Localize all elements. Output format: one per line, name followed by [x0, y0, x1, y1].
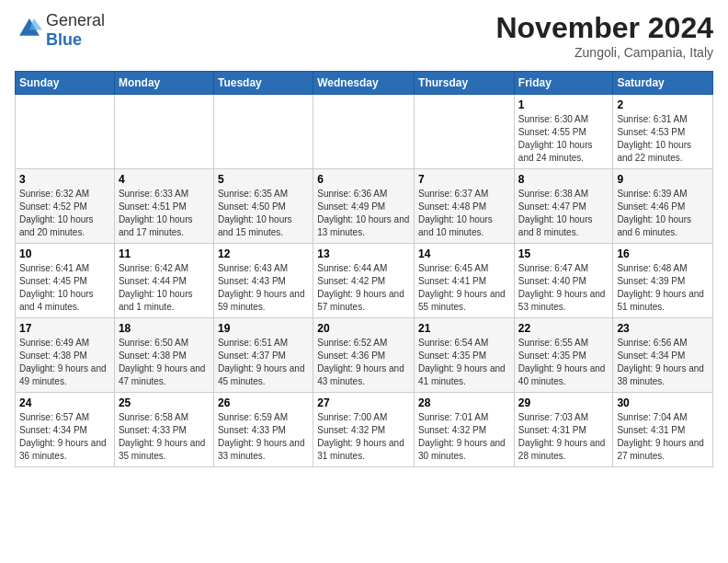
- calendar-cell: 20Sunrise: 6:52 AM Sunset: 4:36 PM Dayli…: [313, 318, 415, 393]
- day-number: 10: [19, 247, 110, 260]
- day-header-saturday: Saturday: [613, 72, 713, 95]
- calendar-cell: [114, 95, 213, 169]
- page-container: General Blue November 2024 Zungoli, Camp…: [0, 0, 728, 475]
- day-info: Sunrise: 6:37 AM Sunset: 4:48 PM Dayligh…: [418, 188, 510, 239]
- day-number: 20: [317, 322, 410, 335]
- calendar-cell: 21Sunrise: 6:54 AM Sunset: 4:35 PM Dayli…: [415, 318, 515, 393]
- day-info: Sunrise: 6:49 AM Sunset: 4:38 PM Dayligh…: [19, 337, 110, 388]
- calendar-cell: 13Sunrise: 6:44 AM Sunset: 4:42 PM Dayli…: [313, 244, 415, 318]
- day-info: Sunrise: 6:30 AM Sunset: 4:55 PM Dayligh…: [518, 113, 609, 165]
- calendar-header-row: SundayMondayTuesdayWednesdayThursdayFrid…: [16, 72, 713, 95]
- day-number: 25: [119, 396, 210, 409]
- day-info: Sunrise: 6:35 AM Sunset: 4:50 PM Dayligh…: [218, 188, 309, 239]
- calendar-cell: 30Sunrise: 7:04 AM Sunset: 4:31 PM Dayli…: [613, 393, 713, 467]
- calendar-cell: 10Sunrise: 6:41 AM Sunset: 4:45 PM Dayli…: [16, 244, 115, 318]
- calendar-week-2: 3Sunrise: 6:32 AM Sunset: 4:52 PM Daylig…: [16, 169, 713, 244]
- day-info: Sunrise: 6:41 AM Sunset: 4:45 PM Dayligh…: [19, 262, 110, 314]
- day-header-tuesday: Tuesday: [213, 72, 313, 95]
- day-info: Sunrise: 6:55 AM Sunset: 4:35 PM Dayligh…: [518, 337, 609, 388]
- day-number: 4: [119, 173, 210, 186]
- calendar-cell: 26Sunrise: 6:59 AM Sunset: 4:33 PM Dayli…: [213, 393, 313, 467]
- calendar-cell: 28Sunrise: 7:01 AM Sunset: 4:32 PM Dayli…: [415, 393, 515, 467]
- day-number: 16: [617, 247, 709, 260]
- day-number: 13: [317, 247, 410, 260]
- day-number: 3: [19, 173, 110, 186]
- day-number: 15: [518, 247, 609, 260]
- calendar-cell: 2Sunrise: 6:31 AM Sunset: 4:53 PM Daylig…: [613, 95, 713, 169]
- day-number: 17: [19, 322, 110, 335]
- day-number: 30: [617, 396, 709, 409]
- calendar-cell: 14Sunrise: 6:45 AM Sunset: 4:41 PM Dayli…: [415, 244, 515, 318]
- day-number: 29: [518, 396, 609, 409]
- day-info: Sunrise: 6:44 AM Sunset: 4:42 PM Dayligh…: [317, 262, 410, 314]
- calendar-cell: 27Sunrise: 7:00 AM Sunset: 4:32 PM Dayli…: [313, 393, 415, 467]
- day-info: Sunrise: 6:39 AM Sunset: 4:46 PM Dayligh…: [617, 188, 709, 239]
- header: General Blue November 2024 Zungoli, Camp…: [15, 11, 713, 60]
- day-info: Sunrise: 6:42 AM Sunset: 4:44 PM Dayligh…: [119, 262, 210, 314]
- day-info: Sunrise: 7:03 AM Sunset: 4:31 PM Dayligh…: [518, 411, 609, 463]
- day-number: 11: [119, 247, 210, 260]
- day-number: 22: [518, 322, 609, 335]
- day-number: 7: [418, 173, 510, 186]
- calendar-cell: 25Sunrise: 6:58 AM Sunset: 4:33 PM Dayli…: [114, 393, 213, 467]
- calendar-week-4: 17Sunrise: 6:49 AM Sunset: 4:38 PM Dayli…: [16, 318, 713, 393]
- calendar-cell: 7Sunrise: 6:37 AM Sunset: 4:48 PM Daylig…: [415, 169, 515, 244]
- day-number: 21: [418, 322, 510, 335]
- calendar-cell: [313, 95, 415, 169]
- calendar-cell: 22Sunrise: 6:55 AM Sunset: 4:35 PM Dayli…: [514, 318, 613, 393]
- calendar-week-1: 1Sunrise: 6:30 AM Sunset: 4:55 PM Daylig…: [16, 95, 713, 169]
- calendar-cell: 16Sunrise: 6:48 AM Sunset: 4:39 PM Dayli…: [613, 244, 713, 318]
- day-info: Sunrise: 6:45 AM Sunset: 4:41 PM Dayligh…: [418, 262, 510, 314]
- day-info: Sunrise: 7:00 AM Sunset: 4:32 PM Dayligh…: [317, 411, 410, 463]
- day-number: 28: [418, 396, 510, 409]
- day-header-wednesday: Wednesday: [313, 72, 415, 95]
- logo-general-text: General: [46, 11, 105, 29]
- day-number: 5: [218, 173, 309, 186]
- day-number: 18: [119, 322, 210, 335]
- day-info: Sunrise: 6:59 AM Sunset: 4:33 PM Dayligh…: [218, 411, 309, 463]
- calendar-cell: 17Sunrise: 6:49 AM Sunset: 4:38 PM Dayli…: [16, 318, 115, 393]
- day-number: 2: [617, 98, 709, 111]
- calendar-cell: 24Sunrise: 6:57 AM Sunset: 4:34 PM Dayli…: [16, 393, 115, 467]
- day-header-friday: Friday: [514, 72, 613, 95]
- day-number: 26: [218, 396, 309, 409]
- day-header-thursday: Thursday: [415, 72, 515, 95]
- day-info: Sunrise: 6:31 AM Sunset: 4:53 PM Dayligh…: [617, 113, 709, 165]
- day-info: Sunrise: 7:04 AM Sunset: 4:31 PM Dayligh…: [617, 411, 709, 463]
- calendar-cell: 19Sunrise: 6:51 AM Sunset: 4:37 PM Dayli…: [213, 318, 313, 393]
- calendar-cell: 12Sunrise: 6:43 AM Sunset: 4:43 PM Dayli…: [213, 244, 313, 318]
- calendar-cell: [415, 95, 515, 169]
- calendar-cell: 29Sunrise: 7:03 AM Sunset: 4:31 PM Dayli…: [514, 393, 613, 467]
- location-text: Zungoli, Campania, Italy: [495, 45, 713, 60]
- day-header-sunday: Sunday: [16, 72, 115, 95]
- day-info: Sunrise: 6:56 AM Sunset: 4:34 PM Dayligh…: [617, 337, 709, 388]
- day-info: Sunrise: 6:47 AM Sunset: 4:40 PM Dayligh…: [518, 262, 609, 314]
- calendar-week-5: 24Sunrise: 6:57 AM Sunset: 4:34 PM Dayli…: [16, 393, 713, 467]
- calendar-week-3: 10Sunrise: 6:41 AM Sunset: 4:45 PM Dayli…: [16, 244, 713, 318]
- calendar-table: SundayMondayTuesdayWednesdayThursdayFrid…: [15, 71, 713, 467]
- calendar-cell: 8Sunrise: 6:38 AM Sunset: 4:47 PM Daylig…: [514, 169, 613, 244]
- day-info: Sunrise: 6:43 AM Sunset: 4:43 PM Dayligh…: [218, 262, 309, 314]
- day-number: 19: [218, 322, 309, 335]
- day-info: Sunrise: 6:52 AM Sunset: 4:36 PM Dayligh…: [317, 337, 410, 388]
- day-info: Sunrise: 6:57 AM Sunset: 4:34 PM Dayligh…: [19, 411, 110, 463]
- day-number: 8: [518, 173, 609, 186]
- day-info: Sunrise: 6:54 AM Sunset: 4:35 PM Dayligh…: [418, 337, 510, 388]
- day-info: Sunrise: 6:38 AM Sunset: 4:47 PM Dayligh…: [518, 188, 609, 239]
- calendar-cell: [16, 95, 115, 169]
- logo-blue-text: Blue: [46, 30, 82, 49]
- calendar-cell: 1Sunrise: 6:30 AM Sunset: 4:55 PM Daylig…: [514, 95, 613, 169]
- day-number: 27: [317, 396, 410, 409]
- day-number: 12: [218, 247, 309, 260]
- day-number: 9: [617, 173, 709, 186]
- day-number: 6: [317, 173, 410, 186]
- day-info: Sunrise: 6:32 AM Sunset: 4:52 PM Dayligh…: [19, 188, 110, 239]
- day-info: Sunrise: 7:01 AM Sunset: 4:32 PM Dayligh…: [418, 411, 510, 463]
- calendar-cell: 4Sunrise: 6:33 AM Sunset: 4:51 PM Daylig…: [114, 169, 213, 244]
- calendar-cell: 6Sunrise: 6:36 AM Sunset: 4:49 PM Daylig…: [313, 169, 415, 244]
- calendar-cell: [213, 95, 313, 169]
- day-number: 23: [617, 322, 709, 335]
- calendar-cell: 11Sunrise: 6:42 AM Sunset: 4:44 PM Dayli…: [114, 244, 213, 318]
- title-block: November 2024 Zungoli, Campania, Italy: [495, 11, 713, 60]
- calendar-cell: 15Sunrise: 6:47 AM Sunset: 4:40 PM Dayli…: [514, 244, 613, 318]
